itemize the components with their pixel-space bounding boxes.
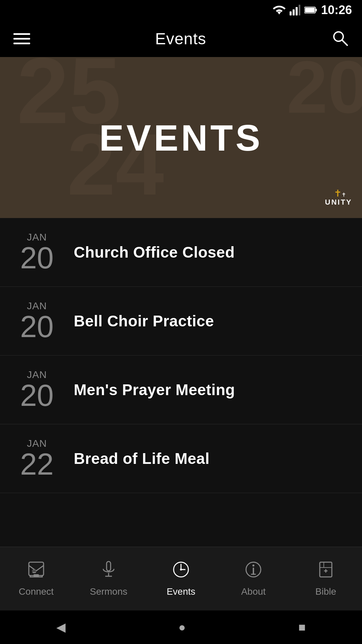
nav-item-bible[interactable]: Bible xyxy=(299,557,353,600)
event-date-1: JAN 20 xyxy=(17,231,57,273)
nav-about-label: About xyxy=(241,586,265,597)
event-item-3[interactable]: JAN 20 Men's Prayer Meeting xyxy=(0,356,362,424)
top-nav: Events xyxy=(0,20,362,57)
event-day-3: 20 xyxy=(20,380,54,411)
event-date-2: JAN 20 xyxy=(17,300,57,342)
svg-rect-12 xyxy=(107,561,111,571)
event-name-2: Bell Choir Practice xyxy=(74,312,214,330)
event-date-3: JAN 20 xyxy=(17,369,57,411)
recent-button[interactable]: ■ xyxy=(298,620,306,634)
menu-icon[interactable] xyxy=(13,33,30,44)
bible-icon xyxy=(317,561,335,582)
unity-logo-text: UNITY xyxy=(325,198,352,207)
svg-point-20 xyxy=(252,565,254,567)
status-bar: 10:26 xyxy=(0,0,362,20)
status-icons: 10:26 xyxy=(273,3,352,17)
event-day-4: 22 xyxy=(20,449,54,479)
event-item-1[interactable]: JAN 20 Church Office Closed xyxy=(0,218,362,287)
nav-sermons-label: Sermons xyxy=(90,586,127,597)
event-item-4[interactable]: JAN 22 Bread of Life Meal xyxy=(0,424,362,493)
battery-icon xyxy=(304,6,317,14)
back-button[interactable]: ◀ xyxy=(56,620,66,634)
svg-rect-6 xyxy=(305,8,315,12)
svg-line-8 xyxy=(342,40,347,45)
search-icon xyxy=(331,29,349,47)
event-item-2[interactable]: JAN 20 Bell Choir Practice xyxy=(0,287,362,356)
unity-cross-icon: ✝ xyxy=(334,188,343,197)
svg-rect-3 xyxy=(299,5,300,15)
nav-item-sermons[interactable]: Sermons xyxy=(82,557,135,600)
android-nav: ◀ ● ■ xyxy=(0,610,362,644)
event-name-1: Church Office Closed xyxy=(74,243,235,261)
search-button[interactable] xyxy=(331,29,349,48)
nav-item-about[interactable]: About xyxy=(227,557,280,600)
unity-logo: ✝ UNITY xyxy=(322,188,355,211)
nav-bible-label: Bible xyxy=(315,586,336,597)
events-icon xyxy=(172,561,190,582)
event-day-2: 20 xyxy=(20,312,54,342)
event-name-3: Men's Prayer Meeting xyxy=(74,381,235,399)
nav-item-events[interactable]: Events xyxy=(154,557,208,600)
sermons-icon xyxy=(100,561,117,582)
hero-overlay: EVENTS xyxy=(0,57,362,218)
event-date-4: JAN 22 xyxy=(17,438,57,479)
svg-rect-0 xyxy=(290,11,292,15)
about-icon xyxy=(245,561,262,582)
event-name-4: Bread of Life Meal xyxy=(74,449,209,468)
page-title: Events xyxy=(155,30,206,48)
bottom-nav: Connect Sermons Events xyxy=(0,547,362,610)
svg-rect-9 xyxy=(29,562,44,576)
svg-rect-10 xyxy=(34,574,39,577)
nav-connect-label: Connect xyxy=(19,586,54,597)
nav-events-label: Events xyxy=(167,586,195,597)
svg-rect-1 xyxy=(293,9,295,15)
wifi-icon xyxy=(273,5,286,15)
event-day-1: 20 xyxy=(20,243,54,273)
svg-rect-2 xyxy=(296,7,298,15)
connect-icon xyxy=(27,561,45,582)
nav-item-connect[interactable]: Connect xyxy=(9,557,63,600)
svg-rect-5 xyxy=(315,9,317,11)
status-time: 10:26 xyxy=(321,3,352,17)
hero-banner: 25 20 24 EVENTS ✝ UNITY xyxy=(0,57,362,218)
home-button[interactable]: ● xyxy=(178,620,186,634)
hero-title: EVENTS xyxy=(99,116,263,159)
events-list: JAN 20 Church Office Closed JAN 20 Bell … xyxy=(0,218,362,493)
signal-icon xyxy=(290,5,300,15)
